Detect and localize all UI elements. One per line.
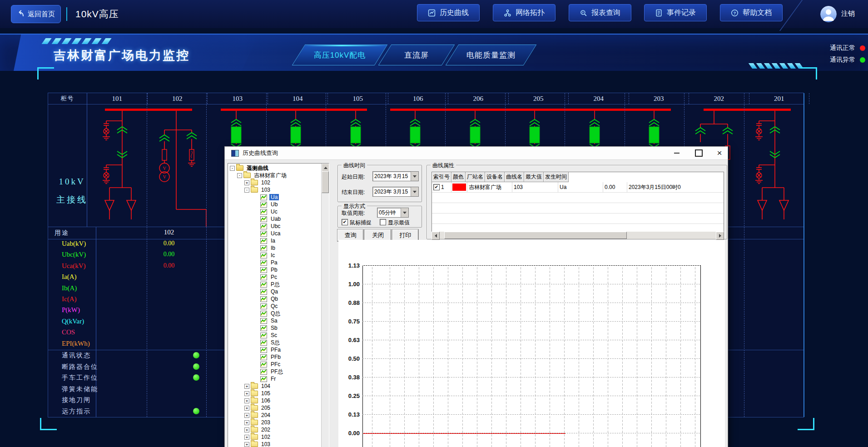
tree-item[interactable]: 103: [228, 441, 329, 447]
tree-expander[interactable]: [237, 173, 242, 178]
tree-item[interactable]: Ic: [228, 252, 329, 259]
tree-item[interactable]: Pb: [228, 266, 329, 273]
tree-expander[interactable]: [244, 406, 249, 411]
dialog-titlebar[interactable]: 历史曲线查询 ×: [225, 147, 728, 160]
tree-item[interactable]: Pc: [228, 273, 329, 281]
cabinet-number: 104: [268, 93, 328, 104]
tree-expander[interactable]: [244, 442, 249, 447]
tree-expander[interactable]: [244, 413, 249, 418]
tree-scroll-thumb[interactable]: [322, 171, 329, 193]
back-home-button[interactable]: 返回首页: [11, 5, 61, 23]
attr-header-cell[interactable]: 最大值: [524, 172, 544, 182]
tree-item[interactable]: Sb: [228, 324, 329, 332]
tree-item[interactable]: 吉林财富广场: [228, 172, 329, 179]
user-avatar[interactable]: [820, 6, 837, 22]
scroll-left-button[interactable]: [432, 232, 440, 240]
tree-item[interactable]: P总: [228, 281, 329, 288]
y-gridline: [362, 377, 700, 377]
maximize-button[interactable]: [694, 149, 704, 158]
tree-item[interactable]: Ia: [228, 237, 329, 244]
tree-item[interactable]: 103: [228, 186, 329, 194]
tree-item[interactable]: 203: [228, 419, 329, 426]
tree-item[interactable]: PF总: [228, 368, 329, 375]
tree-item[interactable]: Ub: [228, 201, 329, 208]
end-date-combo[interactable]: 2023年 3月15: [372, 187, 419, 197]
y-gridline: [362, 340, 700, 340]
tree-item[interactable]: Sc: [228, 332, 329, 339]
station-title: 吉林财富广场电力监控: [54, 47, 190, 64]
curve-icon: [260, 282, 268, 287]
tree-item[interactable]: 105: [228, 390, 329, 397]
attr-header-cell[interactable]: 曲线名: [505, 172, 524, 182]
scroll-right-button[interactable]: [716, 232, 724, 240]
dropdown-arrow-icon[interactable]: [411, 187, 418, 196]
mouse-capture-checkbox[interactable]: [342, 219, 348, 225]
attr-header-cell[interactable]: 设备名: [485, 172, 505, 182]
tree-item[interactable]: Ib: [228, 244, 329, 252]
attr-header-cell[interactable]: 索引号: [432, 172, 451, 182]
curve-checkbox[interactable]: [433, 184, 440, 190]
tree-item[interactable]: Uca: [228, 230, 329, 237]
tree-scrollbar[interactable]: [321, 164, 329, 447]
tree-item[interactable]: Ua: [228, 194, 329, 201]
history-curve-button[interactable]: 历史曲线: [417, 4, 480, 21]
tree-expander[interactable]: [244, 188, 249, 193]
tree-expander[interactable]: [244, 180, 249, 185]
close-button[interactable]: ×: [714, 149, 724, 158]
tree-item[interactable]: Ubc: [228, 223, 329, 230]
tree-item[interactable]: PFb: [228, 353, 329, 361]
tree-item[interactable]: Qa: [228, 288, 329, 295]
event-log-button[interactable]: 事件记录: [644, 4, 707, 21]
tree-item[interactable]: Uc: [228, 208, 329, 215]
tree-item[interactable]: PFc: [228, 361, 329, 368]
dropdown-arrow-icon[interactable]: [401, 208, 408, 217]
tree-expander[interactable]: [244, 435, 249, 440]
start-date-combo[interactable]: 2023年 3月15: [372, 171, 419, 181]
tree-item[interactable]: 102: [228, 433, 329, 441]
tree-expander[interactable]: [230, 166, 235, 171]
status-indicator: [166, 352, 226, 358]
hscroll-thumb[interactable]: [444, 232, 627, 239]
tree-item[interactable]: Qc: [228, 303, 329, 310]
tab-hv-10kv[interactable]: 高压10kV配电: [292, 45, 388, 65]
help-doc-button[interactable]: ? 帮助文档: [720, 4, 783, 21]
tree-item[interactable]: PFa: [228, 346, 329, 353]
scroll-up-button[interactable]: [322, 164, 329, 172]
dropdown-arrow-icon[interactable]: [411, 172, 418, 181]
tree-item[interactable]: Sa: [228, 317, 329, 324]
report-query-button[interactable]: 报表查询: [569, 4, 631, 21]
attr-table-row[interactable]: 1 吉林财富广场 103 Ua 0.00 2023年3月15日00时0: [432, 182, 724, 193]
attr-header-cell[interactable]: 颜色: [451, 172, 466, 182]
tree-item[interactable]: Q总: [228, 310, 329, 317]
tree-item[interactable]: 205: [228, 404, 329, 412]
show-extreme-checkbox[interactable]: [380, 219, 386, 225]
attr-header-cell[interactable]: 发生时间: [544, 172, 569, 182]
minimize-button[interactable]: [672, 149, 682, 158]
tree-expander[interactable]: [244, 391, 249, 396]
tab-dc-panel[interactable]: 直流屏: [378, 45, 455, 65]
tree-item[interactable]: 102: [228, 179, 329, 186]
tree-expander[interactable]: [244, 398, 249, 403]
logout-link[interactable]: 注销: [841, 10, 855, 18]
tree-expander[interactable]: [244, 384, 249, 389]
network-topology-button[interactable]: 网络拓扑: [493, 4, 556, 21]
tree-item[interactable]: S总: [228, 339, 329, 346]
tree-item[interactable]: 202: [228, 426, 329, 433]
tree-item[interactable]: 104: [228, 382, 329, 390]
tree-item[interactable]: 遥测曲线: [228, 164, 329, 172]
tree-item[interactable]: Uab: [228, 215, 329, 223]
tree-item[interactable]: Pa: [228, 259, 329, 266]
tree-item[interactable]: Fr: [228, 375, 329, 382]
tree-expander[interactable]: [244, 420, 249, 425]
page-title: 10kV高压: [75, 8, 119, 20]
topbar-diagonal-divider: [779, 0, 804, 31]
period-combo[interactable]: 05分钟: [377, 208, 409, 218]
attr-table-hscrollbar[interactable]: [432, 232, 723, 239]
tab-power-quality[interactable]: 电能质量监测: [446, 45, 537, 65]
tree-expander[interactable]: [244, 427, 249, 432]
tree-item[interactable]: 204: [228, 412, 329, 419]
tree-item[interactable]: 106: [228, 397, 329, 404]
tree-item[interactable]: Qb: [228, 295, 329, 303]
bus-label: 10kV 主接线: [48, 173, 96, 209]
attr-header-cell[interactable]: 厂站名: [466, 172, 485, 182]
